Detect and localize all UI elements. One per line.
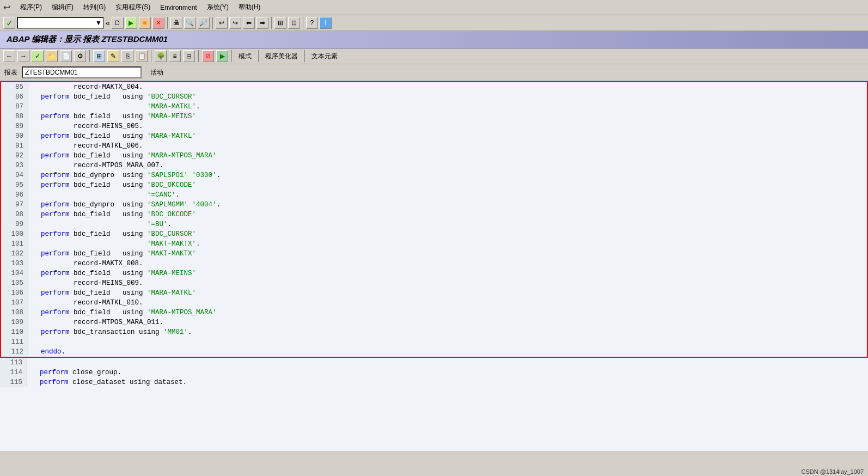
delete-icon[interactable]: ✕: [152, 17, 164, 29]
table-icon[interactable]: ⊟: [183, 50, 195, 62]
menu-system[interactable]: 系统(Y): [203, 2, 233, 13]
nav-next-icon[interactable]: ➡: [256, 17, 268, 29]
table-row: 96 '=CANC'.: [1, 190, 867, 200]
table-row: 112 enddo.: [1, 347, 867, 357]
save-icon[interactable]: 🗋: [112, 17, 124, 29]
menu-bar: ↩ 程序(P) 编辑(E) 转到(G) 实用程序(S) Environment …: [0, 0, 868, 15]
app-icon: ↩: [3, 2, 10, 13]
paste-icon[interactable]: 📋: [136, 50, 148, 62]
line-number: 102: [1, 249, 28, 259]
menu-goto[interactable]: 转到(G): [79, 2, 110, 13]
line-number: 109: [1, 318, 28, 327]
line-number: 110: [1, 327, 28, 337]
table-row: 88 perform bdc_field using 'MARA-MEINS': [1, 112, 867, 121]
line-number: 88: [1, 112, 28, 121]
line-number: 92: [1, 151, 28, 161]
line-content: perform bdc_field using 'MARA-MTPOS_MARA…: [28, 308, 867, 318]
list-icon[interactable]: ≡: [169, 50, 181, 62]
nav-left-icon[interactable]: ←: [3, 50, 15, 62]
line-content: perform bdc_transaction using 'MM01'.: [28, 327, 867, 337]
line-number: 91: [1, 141, 28, 151]
edit-icon[interactable]: ✎: [107, 50, 119, 62]
line-content: record-MTPOS_MARA_011.: [28, 318, 867, 327]
line-content: record-MATKL_006.: [28, 141, 867, 151]
code-area[interactable]: 85 record-MAKTX_004. 86 perform bdc_fiel…: [0, 81, 868, 451]
beautify-label[interactable]: 程序美化器: [262, 52, 301, 61]
menu-edit[interactable]: 编辑(E): [47, 2, 78, 13]
line-content: perform bdc_field using 'MAKT-MAKTX': [28, 249, 867, 259]
folder-icon[interactable]: 📁: [46, 50, 58, 62]
check2-icon[interactable]: ✓: [32, 50, 44, 62]
toolbar-dropdown[interactable]: ▼: [17, 17, 104, 29]
execute-icon[interactable]: ▶: [125, 17, 137, 29]
find2-icon[interactable]: 🔎: [198, 17, 210, 29]
check-icon[interactable]: ✓: [3, 17, 15, 29]
menu-help[interactable]: 帮助(H): [234, 2, 265, 13]
info-icon[interactable]: i: [320, 17, 332, 29]
separator-1: [167, 17, 168, 29]
line-content: 'MARA-MATKL'.: [28, 102, 867, 112]
line-number: 95: [1, 180, 28, 190]
line-number: 115: [0, 377, 27, 387]
line-content: perform bdc_dynpro using 'SAPLSPO1' '030…: [28, 170, 867, 180]
separator-8: [231, 50, 232, 62]
nav-back-icon[interactable]: «: [106, 19, 110, 27]
table-row: 105 record-MEINS_009.: [1, 278, 867, 288]
stop-icon[interactable]: ■: [139, 17, 151, 29]
fullscreen-icon[interactable]: ⊡: [288, 17, 300, 29]
mode-label[interactable]: 模式: [235, 52, 255, 61]
settings-icon[interactable]: ⚙: [74, 50, 86, 62]
line-content: perform close_dataset using dataset.: [27, 377, 868, 387]
line-content: perform bdc_field using 'BDC_OKCODE': [28, 180, 867, 190]
redo-icon[interactable]: ↪: [229, 17, 241, 29]
table-row: 110 perform bdc_transaction using 'MM01'…: [1, 327, 867, 337]
separator-7: [198, 50, 199, 62]
tree-icon[interactable]: 🌳: [155, 50, 167, 62]
help-icon[interactable]: ?: [306, 17, 318, 29]
table-row: 85 record-MAKTX_004.: [1, 82, 867, 92]
line-number: 87: [1, 102, 28, 112]
menu-program[interactable]: 程序(P): [16, 2, 46, 13]
table-row: 94 perform bdc_dynpro using 'SAPLSPO1' '…: [1, 170, 867, 180]
layout-icon[interactable]: ⊞: [274, 17, 286, 29]
copy-icon[interactable]: ⎘: [121, 50, 133, 62]
line-number: 106: [1, 288, 28, 298]
separator-2: [212, 17, 213, 29]
line-number: 114: [0, 368, 27, 377]
undo-icon[interactable]: ↩: [216, 17, 228, 29]
run-icon[interactable]: ▶: [216, 50, 228, 62]
report-bar: 报表 活动: [0, 64, 868, 81]
text-elements-label[interactable]: 文本元素: [308, 52, 341, 61]
report-input[interactable]: [22, 66, 142, 78]
table-row: 95 perform bdc_field using 'BDC_OKCODE': [1, 180, 867, 190]
line-number: 86: [1, 92, 28, 102]
separator-9: [258, 50, 259, 62]
nav-right-icon[interactable]: →: [17, 50, 29, 62]
line-content: perform bdc_field using 'BDC_CURSOR': [28, 92, 867, 102]
table-row: 86 perform bdc_field using 'BDC_CURSOR': [1, 92, 867, 102]
doc-icon[interactable]: 📄: [60, 50, 72, 62]
line-number: 112: [1, 347, 28, 357]
table-row: 113: [0, 358, 868, 368]
separator-10: [304, 50, 305, 62]
line-content: record-MTPOS_MARA_007.: [28, 161, 867, 170]
separator-6: [151, 50, 151, 62]
line-number: 99: [1, 219, 28, 229]
table-row: 107 record-MATKL_010.: [1, 298, 867, 308]
title-text: ABAP 编辑器：显示 报表 ZTESTBDCMM01: [7, 34, 168, 44]
table-row: 98 perform bdc_field using 'BDC_OKCODE': [1, 210, 867, 219]
table-row: 101 'MAKT-MAKTX'.: [1, 239, 867, 249]
grid-icon[interactable]: ⊞: [93, 50, 105, 62]
table-row: 87 'MARA-MATKL'.: [1, 102, 867, 112]
find-icon[interactable]: 🔍: [184, 17, 196, 29]
print-icon[interactable]: 🖶: [170, 17, 182, 29]
line-content: record-MEINS_009.: [28, 278, 867, 288]
separator-3: [271, 17, 272, 29]
menu-environment[interactable]: Environment: [156, 3, 201, 13]
nav-prev-icon[interactable]: ⬅: [243, 17, 255, 29]
stop2-icon[interactable]: ⊘: [202, 50, 214, 62]
line-number: 107: [1, 298, 28, 308]
menu-utility[interactable]: 实用程序(S): [111, 2, 155, 13]
line-number: 90: [1, 131, 28, 141]
line-content: '=BU'.: [28, 219, 867, 229]
